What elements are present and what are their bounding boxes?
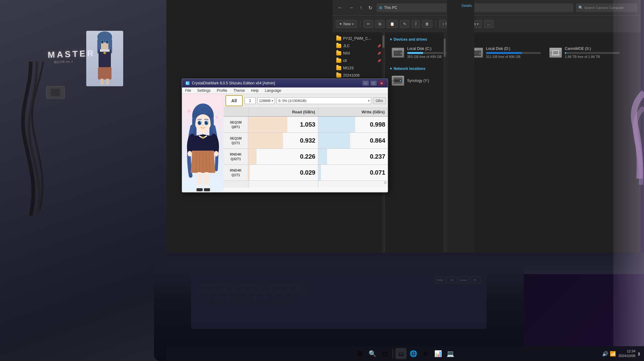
svg-rect-14 — [100, 79, 103, 85]
key-f9[interactable]: F9 — [470, 277, 480, 283]
right-edge-decoration — [613, 0, 644, 361]
key[interactable] — [206, 285, 215, 292]
cdm-row-seq1m-q8t1: SEQ1M Q8T1 1.053 0.998 — [224, 117, 388, 133]
sidebar-item-py32[interactable]: PY32_PWM_C... — [333, 35, 385, 42]
taskbar-start-icon[interactable]: ⊞ — [354, 348, 366, 359]
sidebar-item-jlc[interactable]: JLC 📌 — [333, 42, 385, 50]
taskbar-files-icon[interactable]: 🗂 — [395, 348, 407, 359]
key-prtsc[interactable]: PrtSc — [435, 277, 445, 283]
key[interactable] — [246, 294, 255, 301]
svg-rect-37 — [392, 80, 394, 81]
cdm-results-panel: All 1 128MiB ▾ S: 0% (1/1908GiB) ▾ GB/s — [224, 94, 388, 191]
copy-button[interactable]: ⧉ — [375, 20, 385, 28]
taskbar-taskview-icon[interactable]: ⊡ — [379, 348, 390, 359]
cdm-drive-dropdown[interactable]: S: 0% (1/1908GiB) ▾ — [277, 97, 371, 104]
key[interactable] — [228, 294, 237, 301]
cdm-menu-profile[interactable]: Profile — [214, 87, 230, 94]
new-button[interactable]: ✦ New ▾ — [336, 20, 357, 28]
taskbar-app2-icon[interactable]: 💻 — [445, 348, 456, 359]
taskbar-time: 12:34 — [618, 349, 635, 354]
address-bar[interactable]: ⊞ This PC — [377, 3, 573, 12]
key[interactable] — [209, 294, 218, 301]
drive-c-bar-fill — [407, 52, 423, 54]
cdm-minimize-btn[interactable]: ─ — [363, 81, 369, 86]
rename-button[interactable]: ✎ — [400, 20, 410, 28]
devices-label: Devices and drives — [394, 37, 427, 42]
svg-point-9 — [106, 41, 108, 43]
share-button[interactable]: ⤴ — [411, 20, 420, 28]
key[interactable] — [265, 294, 273, 301]
svg-point-47 — [195, 114, 211, 132]
refresh-btn[interactable]: ↻ — [367, 4, 374, 12]
key[interactable] — [243, 285, 252, 292]
cdm-menu-file[interactable]: File — [182, 87, 194, 94]
cdm-count-input[interactable]: 1 — [245, 97, 256, 104]
taskbar-browser-icon[interactable]: 🌐 — [408, 348, 419, 359]
empty-read-col — [249, 181, 318, 188]
cdm-maximize-btn[interactable]: □ — [371, 81, 377, 86]
header-write-col: Write (GB/s) — [318, 108, 388, 116]
row4-label1: RND4K — [230, 168, 242, 172]
sidebar-item-mi12s[interactable]: MI12S — [333, 64, 385, 72]
sidebar-item-20241008[interactable]: 20241008 — [333, 72, 385, 79]
sidebar-scrollbar-thumb[interactable] — [383, 35, 384, 48]
key[interactable] — [237, 294, 246, 301]
cdm-menu-help[interactable]: Help — [248, 87, 262, 94]
key[interactable] — [283, 294, 292, 301]
delete-button[interactable]: 🗑 — [422, 20, 432, 28]
scrollbar-thumb[interactable] — [444, 39, 446, 57]
taskbar-settings-icon[interactable]: ⚙ — [420, 348, 431, 359]
sidebar-item-nivi[interactable]: NIVi 📌 — [333, 50, 385, 57]
cdm-all-button[interactable]: All — [225, 95, 243, 106]
header-read-col: Read (GB/s) — [249, 108, 318, 116]
paste-button[interactable]: 📋 — [387, 20, 398, 28]
key[interactable] — [262, 285, 270, 292]
cdm-close-btn[interactable]: ✕ — [379, 81, 385, 86]
taskbar-search-icon[interactable]: 🔍 — [367, 348, 378, 359]
up-btn[interactable]: ↑ — [358, 4, 364, 12]
taskbar-clock: 12:34 2024/10/08 — [618, 349, 635, 359]
key-tab[interactable] — [197, 294, 209, 301]
drive-s[interactable]: CanmiMOE (S:) 1.86 TB free of 1.86 TB — [548, 45, 622, 60]
network-synology[interactable]: Synology (Y:) — [390, 74, 636, 87]
cdm-menu-language[interactable]: Language — [262, 87, 284, 94]
sidebar-item-clt[interactable]: clt 📌 — [333, 57, 385, 64]
show-desktop-btn[interactable]: ▮ — [638, 351, 640, 356]
folder-icon — [336, 44, 341, 48]
cdm-icon: C — [185, 81, 190, 86]
drive-d-free: 311 GB free of 906 GB — [486, 55, 541, 59]
key[interactable] — [234, 285, 243, 292]
details-panel: Details — [447, 0, 474, 253]
more-button[interactable]: ... — [484, 20, 494, 28]
taskbar-app1-icon[interactable]: 📊 — [432, 348, 444, 359]
key[interactable] — [271, 285, 280, 292]
cdm-unit-button[interactable]: GB/s — [373, 97, 386, 104]
cdm-menu-theme[interactable]: Theme — [230, 87, 248, 94]
key[interactable] — [253, 285, 261, 292]
key[interactable] — [299, 285, 307, 292]
cut-button[interactable]: ✂ — [363, 20, 373, 28]
key-home[interactable]: Home — [458, 277, 469, 283]
svg-rect-69 — [196, 188, 203, 191]
main-scrollbar[interactable] — [444, 32, 446, 253]
key-f8[interactable]: F8 — [446, 277, 457, 283]
key[interactable] — [280, 285, 289, 292]
cdm-menu-settings[interactable]: Settings — [194, 87, 213, 94]
back-btn[interactable]: ← — [336, 4, 344, 12]
key[interactable] — [256, 294, 264, 301]
key[interactable] — [197, 285, 206, 292]
anime-character — [182, 99, 224, 191]
drive-d[interactable]: Local Disk (D:) 311 GB free of 906 GB — [469, 45, 543, 60]
key[interactable] — [225, 285, 233, 292]
key[interactable] — [274, 294, 283, 301]
cdm-size-dropdown[interactable]: 128MiB ▾ — [257, 97, 275, 104]
forward-btn[interactable]: → — [347, 4, 355, 12]
key[interactable] — [290, 285, 298, 292]
key[interactable] — [216, 285, 224, 292]
new-label: New — [343, 22, 351, 26]
drives-row: Local Disk (C:) 355 GB free of 499 GB — [390, 45, 636, 60]
key[interactable] — [219, 294, 227, 301]
network-label: Network locations — [394, 67, 425, 71]
row4-label2: Q1T1 — [232, 173, 240, 177]
cdm-table-header: Read (GB/s) Write (GB/s) — [224, 108, 388, 117]
